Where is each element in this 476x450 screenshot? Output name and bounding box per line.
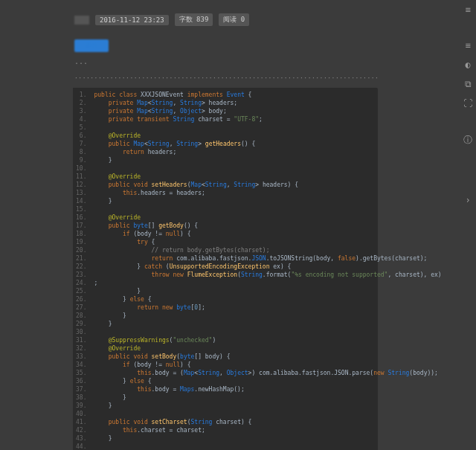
- wordcount-pill: 字数 839: [175, 13, 213, 26]
- author-pill: [74, 16, 89, 25]
- line-number: 40.: [76, 410, 86, 418]
- code-body[interactable]: public class XXXJSONEvent implements Eve…: [89, 88, 446, 450]
- contrast-icon[interactable]: ◐: [465, 60, 470, 70]
- line-number: 6.: [76, 132, 86, 140]
- timestamp-pill: 2016-11-12 23:23: [95, 15, 169, 25]
- line-number: 10.: [76, 164, 86, 173]
- line-number: 13.: [76, 189, 86, 197]
- info-icon[interactable]: ⓘ: [463, 134, 472, 147]
- code-line: }: [94, 197, 441, 205]
- subtitle-text: ···: [74, 60, 476, 68]
- line-number: 44.: [76, 443, 86, 450]
- code-line: } else {: [94, 295, 441, 303]
- code-line: @Override: [94, 213, 441, 222]
- code-line: return com.alibaba.fastjson.JSON.toJSONS…: [94, 254, 441, 263]
- menu-icon[interactable]: ≡: [465, 4, 470, 15]
- line-number: 9.: [76, 156, 86, 164]
- code-line: public void setCharset(String charset) {: [94, 418, 441, 426]
- line-number: 17.: [76, 222, 86, 230]
- code-line: public void setBody(byte[] body) {: [94, 353, 441, 361]
- line-number: 31.: [76, 336, 86, 344]
- code-line: public class XXXJSONEvent implements Eve…: [94, 91, 441, 99]
- line-number: 36.: [76, 377, 86, 385]
- line-number: 7.: [76, 140, 86, 148]
- line-number: 42.: [76, 426, 86, 434]
- line-gutter: 1.2.3.4.5.6.7.8.9.10.11.12.13.14.15.16.1…: [73, 88, 89, 450]
- line-number: 39.: [76, 402, 86, 410]
- line-number: 41.: [76, 418, 86, 426]
- code-line: [94, 328, 441, 336]
- line-number: 28.: [76, 312, 86, 320]
- code-line: if (body != null) {: [94, 361, 441, 369]
- code-line: }: [94, 434, 441, 443]
- line-number: 38.: [76, 393, 86, 402]
- code-line: this.body = Maps.newHashMap();: [94, 385, 441, 393]
- code-line: }: [94, 287, 441, 295]
- post-meta: 2016-11-12 23:23 字数 839 阅读 0: [0, 0, 476, 26]
- code-line: return headers;: [94, 148, 441, 156]
- code-line: } catch (UnsupportedEncodingException ex…: [94, 263, 441, 271]
- code-line: [94, 123, 441, 132]
- line-number: 8.: [76, 148, 86, 156]
- code-line: this.body = (Map<String, Object>) com.al…: [94, 369, 441, 377]
- line-number: 5.: [76, 123, 86, 132]
- code-line: [94, 205, 441, 213]
- code-line: }: [94, 393, 441, 402]
- code-line: }: [94, 402, 441, 410]
- line-number: 37.: [76, 385, 86, 393]
- line-number: 2.: [76, 99, 86, 107]
- code-line: [94, 443, 441, 450]
- code-line: this.headers = headers;: [94, 189, 441, 197]
- code-line: private Map<String, Object> body;: [94, 107, 441, 115]
- line-number: 29.: [76, 320, 86, 328]
- code-line: // return body.getBytes(charset);: [94, 246, 441, 254]
- line-number: 33.: [76, 353, 86, 361]
- line-number: 16.: [76, 213, 86, 222]
- code-line: @Override: [94, 132, 441, 140]
- line-number: 34.: [76, 361, 86, 369]
- code-line: @Override: [94, 344, 441, 353]
- line-number: 43.: [76, 434, 86, 443]
- code-line: }: [94, 156, 441, 164]
- code-line: }: [94, 320, 441, 328]
- line-number: 26.: [76, 295, 86, 303]
- line-number: 22.: [76, 263, 86, 271]
- line-number: 20.: [76, 246, 86, 254]
- line-number: 18.: [76, 230, 86, 238]
- code-line: }: [94, 312, 441, 320]
- code-line: } else {: [94, 377, 441, 385]
- line-number: 14.: [76, 197, 86, 205]
- fullscreen-icon[interactable]: ⛶: [463, 98, 472, 109]
- line-number: 24.: [76, 279, 86, 287]
- code-block: 1.2.3.4.5.6.7.8.9.10.11.12.13.14.15.16.1…: [73, 88, 378, 450]
- line-number: 30.: [76, 328, 86, 336]
- code-line: private transient String charset = "UTF-…: [94, 115, 441, 123]
- divider-dots: ········································…: [74, 75, 379, 82]
- line-number: 21.: [76, 254, 86, 263]
- line-number: 11.: [76, 173, 86, 181]
- code-line: public byte[] getBody() {: [94, 222, 441, 230]
- code-line: @SuppressWarnings("unchecked"): [94, 336, 441, 344]
- line-number: 25.: [76, 287, 86, 295]
- line-number: 27.: [76, 303, 86, 312]
- line-number: 23.: [76, 271, 86, 279]
- line-number: 12.: [76, 181, 86, 189]
- code-line: ;: [94, 279, 441, 287]
- line-number: 1.: [76, 91, 86, 99]
- chevron-right-icon[interactable]: ›: [465, 195, 470, 205]
- book-icon[interactable]: ⧉: [465, 79, 472, 89]
- code-line: @Override: [94, 173, 441, 181]
- line-number: 3.: [76, 107, 86, 115]
- line-number: 19.: [76, 238, 86, 246]
- code-line: throw new FlumeException(String.format("…: [94, 271, 441, 279]
- line-number: 32.: [76, 344, 86, 353]
- menu-icon[interactable]: ≡: [465, 40, 470, 51]
- code-line: [94, 164, 441, 173]
- code-line: if (body != null) {: [94, 230, 441, 238]
- line-number: 15.: [76, 205, 86, 213]
- code-line: return new byte[0];: [94, 303, 441, 312]
- code-line: try {: [94, 238, 441, 246]
- code-line: [94, 410, 441, 418]
- code-line: this.charset = charset;: [94, 426, 441, 434]
- code-line: private Map<String, String> headers;: [94, 99, 441, 107]
